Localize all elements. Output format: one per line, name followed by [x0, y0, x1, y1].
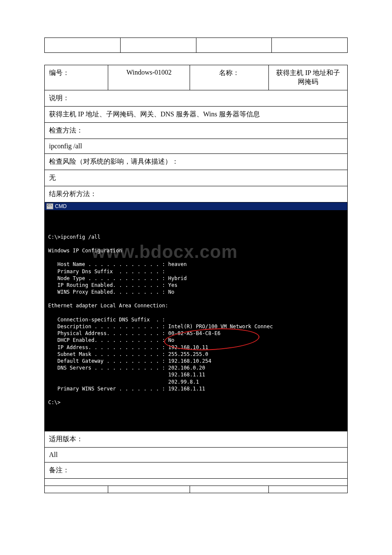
top-empty-table [44, 38, 348, 53]
bottom-cell-3 [190, 486, 269, 493]
bottom-cell-4 [269, 486, 348, 493]
value-name: 获得主机 IP 地址和子网掩码 [269, 65, 348, 90]
terminal-cell: CMD www.bdocx.com C:\>ipconfig /all Wind… [45, 202, 348, 431]
top-cell-3 [196, 38, 272, 53]
main-table: 编号： Windows-01002 名称： 获得主机 IP 地址和子网掩码 说明… [44, 65, 348, 493]
top-cell-1 [45, 38, 121, 53]
desc-text: 获得主机 IP 地址、子网掩码、网关、DNS 服务器、Wins 服务器等信息 [45, 107, 348, 123]
version-label: 适用版本： [45, 431, 348, 447]
top-cell-4 [272, 38, 348, 53]
label-name: 名称： [190, 65, 269, 90]
cmd-titlebar: CMD [45, 202, 347, 210]
risk-text: 无 [45, 170, 348, 186]
cmd-icon [46, 203, 53, 209]
risk-label: 检查风险（对系统的影响，请具体描述）： [45, 154, 348, 170]
terminal-output: C:\>ipconfig /all Windows IP Configurati… [48, 234, 344, 406]
version-text: All [45, 447, 348, 462]
cmd-terminal: www.bdocx.com C:\>ipconfig /all Windows … [45, 210, 347, 431]
result-label: 结果分析方法： [45, 186, 348, 202]
method-text: ipconfig /all [45, 139, 348, 154]
desc-label: 说明： [45, 90, 348, 107]
header-row: 编号： Windows-01002 名称： 获得主机 IP 地址和子网掩码 [45, 65, 348, 90]
label-id: 编号： [45, 65, 108, 90]
method-label: 检查方法： [45, 123, 348, 139]
value-id: Windows-01002 [108, 65, 190, 90]
notes-label: 备注： [45, 462, 348, 478]
bottom-cell-1 [45, 486, 108, 493]
bottom-cell-2 [108, 486, 190, 493]
top-cell-2 [120, 38, 196, 53]
bottom-row [45, 486, 348, 493]
notes-text [45, 478, 348, 486]
cmd-title-text: CMD [55, 203, 66, 209]
document-page: 编号： Windows-01002 名称： 获得主机 IP 地址和子网掩码 说明… [0, 0, 392, 555]
